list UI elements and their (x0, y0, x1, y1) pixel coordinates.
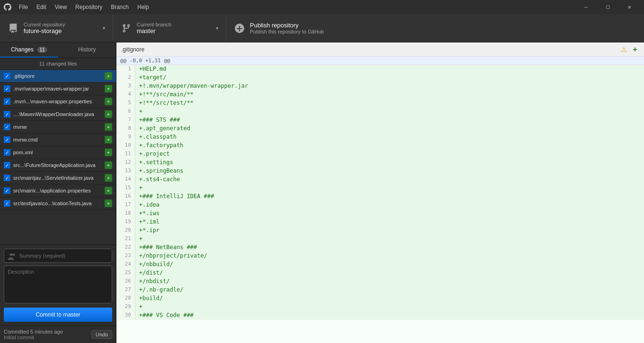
line-number: 26 (116, 277, 135, 286)
menu-edit[interactable]: Edit (33, 3, 50, 11)
summary-input[interactable] (19, 253, 108, 259)
line-number: 19 (116, 218, 135, 226)
diff-line: 10 +.factorypath (116, 142, 644, 150)
file-name: .gitignore (13, 73, 105, 79)
github-logo (4, 3, 11, 11)
undo-button[interactable]: Undo (91, 330, 112, 339)
diff-meta: @@ -0,0 +1,31 @@ (116, 57, 644, 65)
diff-line: 26 +/nbdist/ (116, 277, 644, 286)
menu-branch[interactable]: Branch (107, 3, 132, 11)
repo-selector[interactable]: Current repository future-storage ▾ (0, 14, 113, 42)
file-added-icon: + (105, 98, 112, 105)
file-checkbox[interactable]: ✓ (4, 175, 10, 181)
commit-button[interactable]: Commit to master (4, 308, 112, 322)
diff-line: 12 +.settings (116, 159, 644, 167)
diff-line: 30 +### VS Code ### (116, 311, 644, 320)
branch-label: Current branch (137, 22, 212, 27)
main-content: Changes 11 History 11 changed files ✓ .g… (0, 42, 644, 343)
diff-line: 18 +*.iws (116, 209, 644, 218)
line-number: 8 (116, 125, 135, 133)
publish-section[interactable]: Publish repository Publish this reposito… (226, 14, 331, 42)
line-content: +.idea (135, 201, 644, 209)
menu-view[interactable]: View (51, 3, 71, 11)
repo-label: Current repository (24, 22, 99, 27)
menu-repository[interactable]: Repository (72, 3, 106, 11)
line-content: +/.nb-gradle/ (135, 286, 644, 294)
branch-selector[interactable]: Current branch master ▾ (113, 14, 226, 42)
diff-line: 20 +*.ipr (116, 226, 644, 235)
file-item[interactable]: ✓ pom.xml + (0, 146, 116, 159)
description-input[interactable] (4, 266, 112, 303)
repo-name: future-storage (24, 27, 99, 34)
file-checkbox[interactable]: ✓ (4, 111, 10, 117)
diff-line: 9 +.classpath (116, 133, 644, 142)
line-number: 21 (116, 235, 135, 243)
diff-line: 6 + (116, 108, 644, 116)
line-content: +!**/src/test/** (135, 99, 644, 108)
file-added-icon: + (105, 149, 112, 156)
file-name: pom.xml (13, 150, 105, 155)
maximize-button[interactable]: ☐ (597, 0, 619, 14)
commit-area: Commit to master (0, 244, 116, 326)
publish-label: Publish repository (250, 22, 324, 29)
file-checkbox[interactable]: ✓ (4, 136, 10, 143)
line-number: 2 (116, 74, 135, 82)
file-item[interactable]: ✓ .mvn\wrapper\maven-wrapper.jar + (0, 83, 116, 95)
file-item[interactable]: ✓ ....\MavenWrapperDownloader.java + (0, 108, 116, 121)
toolbar: Current repository future-storage ▾ Curr… (0, 14, 644, 42)
diff-line: 5 +!**/src/test/** (116, 99, 644, 108)
file-item[interactable]: ✓ src\main\jav...\ServletInitializer.jav… (0, 172, 116, 184)
add-diff-icon[interactable]: + (631, 45, 639, 54)
file-added-icon: + (105, 161, 112, 169)
file-name: src\main\r...\application.properties (13, 188, 105, 193)
commit-summary-field[interactable] (4, 249, 112, 263)
file-item[interactable]: ✓ mvnw.cmd + (0, 134, 116, 146)
diff-header-icons: ⚠ + (619, 45, 639, 54)
file-checkbox[interactable]: ✓ (4, 124, 10, 130)
file-name: .mvn\wrapper\maven-wrapper.jar (13, 86, 105, 92)
line-content: +*.iws (135, 209, 644, 218)
line-content: +.classpath (135, 133, 644, 142)
sidebar-tabs: Changes 11 History (0, 42, 116, 58)
file-item[interactable]: ✓ mvnw + (0, 121, 116, 134)
line-number: 23 (116, 252, 135, 260)
window-controls: ─ ☐ ✕ (575, 0, 640, 14)
line-number: 3 (116, 82, 135, 91)
line-content: +!**/src/main/** (135, 91, 644, 99)
diff-line: 23 +/nbproject/private/ (116, 252, 644, 260)
line-content: + (135, 303, 644, 311)
file-item[interactable]: ✓ src\main\r...\application.properties + (0, 184, 116, 197)
file-checkbox[interactable]: ✓ (4, 187, 10, 194)
diff-line: 24 +/nbbuild/ (116, 260, 644, 269)
file-checkbox[interactable]: ✓ (4, 73, 10, 79)
diff-content[interactable]: @@ -0,0 +1,31 @@ 1 +HELP.md 2 +target/ 3… (116, 57, 644, 343)
menu-help[interactable]: Help (133, 3, 153, 11)
tab-history[interactable]: History (58, 42, 116, 58)
file-item[interactable]: ✓ .mvn\...\maven-wrapper.properties + (0, 95, 116, 108)
repo-text: Current repository future-storage (24, 22, 99, 34)
diff-line: 17 +.idea (116, 201, 644, 209)
file-checkbox[interactable]: ✓ (4, 149, 10, 156)
commit-user-icon (8, 251, 17, 260)
menu-file[interactable]: File (15, 3, 32, 11)
file-item[interactable]: ✓ src\test\java\co...\icationTests.java … (0, 197, 116, 210)
tab-changes[interactable]: Changes 11 (0, 42, 58, 58)
file-checkbox[interactable]: ✓ (4, 200, 10, 207)
line-number: 12 (116, 159, 135, 167)
branch-arrow-icon: ▾ (216, 25, 218, 31)
line-content: +### IntelliJ IDEA ### (135, 192, 644, 201)
file-checkbox[interactable]: ✓ (4, 162, 10, 168)
close-button[interactable]: ✕ (619, 0, 640, 14)
file-item[interactable]: ✓ src...\FutureStorageApplication.java + (0, 159, 116, 172)
last-commit-text: Committed 5 minutes ago Initial commit (4, 329, 63, 340)
file-name: src\test\java\co...\icationTests.java (13, 201, 105, 206)
minimize-button[interactable]: ─ (575, 0, 597, 14)
file-checkbox[interactable]: ✓ (4, 98, 10, 105)
file-checkbox[interactable]: ✓ (4, 85, 10, 92)
diff-line: 11 +.project (116, 150, 644, 159)
file-item[interactable]: ✓ .gitignore + (0, 70, 116, 83)
diff-line: 13 +.springBeans (116, 167, 644, 176)
file-added-icon: + (105, 200, 112, 207)
line-number: 10 (116, 142, 135, 150)
repo-arrow-icon: ▾ (103, 25, 105, 31)
